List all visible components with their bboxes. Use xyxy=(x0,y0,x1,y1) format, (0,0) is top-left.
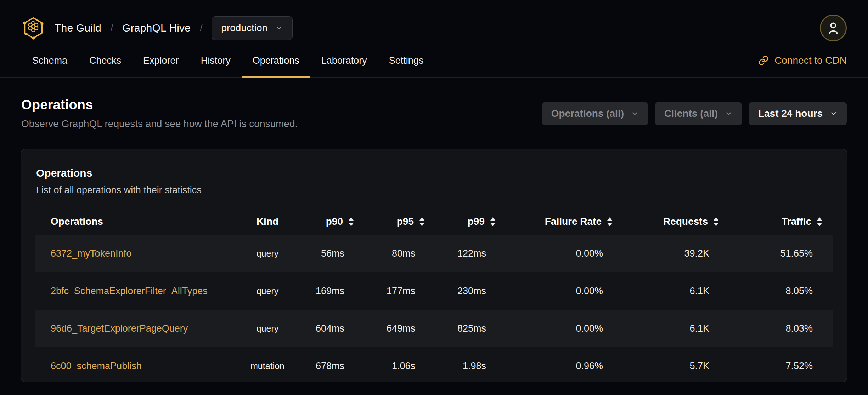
column-header-kind: Kind xyxy=(234,216,301,227)
target-selector-value: production xyxy=(221,22,267,34)
page-subtitle: Observe GraphQL requests and see how the… xyxy=(21,118,298,130)
sort-arrows-icon xyxy=(607,217,612,226)
tab-checks[interactable]: Checks xyxy=(78,46,132,77)
table-header-row: OperationsKindp90p95p99Failure RateReque… xyxy=(35,208,833,235)
cell-failure_rate: 0.00% xyxy=(507,286,624,297)
tab-schema[interactable]: Schema xyxy=(21,46,78,77)
cell-failure_rate: 0.00% xyxy=(507,248,624,259)
sort-arrows-icon xyxy=(714,217,718,226)
cell-name: 2bfc_SchemaExplorerFilter_AllTypes xyxy=(35,286,234,297)
cell-name: 96d6_TargetExplorerPageQuery xyxy=(35,323,234,334)
clients-filter-dropdown[interactable]: Clients (all) xyxy=(655,102,742,125)
chevron-down-icon xyxy=(275,24,283,32)
column-header-label: Requests xyxy=(663,216,708,227)
column-header-label: p95 xyxy=(397,216,414,227)
target-selector[interactable]: production xyxy=(212,16,293,40)
sort-arrows-icon xyxy=(490,217,495,226)
table-row: 2bfc_SchemaExplorerFilter_AllTypesquery1… xyxy=(35,272,833,310)
tab-operations[interactable]: Operations xyxy=(242,46,310,77)
table-body: 6372_myTokenInfoquery56ms80ms122ms0.00%3… xyxy=(35,235,833,385)
cell-p90: 169ms xyxy=(301,286,365,297)
tab-laboratory[interactable]: Laboratory xyxy=(310,46,378,77)
page-header-text: Operations Observe GraphQL requests and … xyxy=(21,97,298,130)
column-header-name: Operations xyxy=(35,216,234,227)
column-header-label: Kind xyxy=(257,216,278,227)
cell-kind: query xyxy=(234,324,301,334)
cell-failure_rate: 0.00% xyxy=(507,323,624,334)
user-icon xyxy=(827,21,839,35)
sort-arrows-icon xyxy=(817,217,822,226)
breadcrumb-separator: / xyxy=(200,23,202,34)
breadcrumb: The Guild / GraphQL Hive / production xyxy=(21,16,293,40)
cell-p90: 678ms xyxy=(301,361,365,372)
column-header-p90-sort-button[interactable]: p90 xyxy=(301,216,365,227)
nav-tabs: SchemaChecksExplorerHistoryOperationsLab… xyxy=(21,46,434,77)
column-header-label: Failure Rate xyxy=(545,216,602,227)
column-header-failure_rate-sort-button[interactable]: Failure Rate xyxy=(507,216,624,227)
tab-settings[interactable]: Settings xyxy=(378,46,435,77)
operations-table: OperationsKindp90p95p99Failure RateReque… xyxy=(35,208,833,385)
period-filter-dropdown[interactable]: Last 24 hours xyxy=(749,102,847,125)
operations-filter-dropdown[interactable]: Operations (all) xyxy=(542,102,648,125)
cell-requests: 5.7K xyxy=(624,361,730,372)
cell-traffic: 8.03% xyxy=(730,323,833,334)
cell-p99: 230ms xyxy=(436,286,507,297)
cell-kind: mutation xyxy=(234,361,301,371)
clients-filter-label: Clients (all) xyxy=(664,108,718,119)
column-header-label: Operations xyxy=(51,216,103,227)
operation-link[interactable]: 2bfc_SchemaExplorerFilter_AllTypes xyxy=(51,286,208,296)
column-header-label: p90 xyxy=(326,216,343,227)
cell-p95: 1.06s xyxy=(365,361,436,372)
cell-requests: 39.2K xyxy=(624,248,730,259)
operation-link[interactable]: 96d6_TargetExplorerPageQuery xyxy=(51,323,188,334)
sort-arrows-icon xyxy=(349,217,354,226)
column-header-label: Traffic xyxy=(782,216,811,227)
cell-name: 6c00_schemaPublish xyxy=(35,361,234,372)
filter-bar: Operations (all) Clients (all) Last 24 h… xyxy=(542,102,847,125)
breadcrumb-org[interactable]: The Guild xyxy=(55,22,101,34)
page-title: Operations xyxy=(21,97,298,113)
cell-p95: 649ms xyxy=(365,323,436,334)
table-row: 96d6_TargetExplorerPageQueryquery604ms64… xyxy=(35,310,833,347)
operation-link[interactable]: 6372_myTokenInfo xyxy=(51,248,131,259)
sort-arrows-icon xyxy=(419,217,424,226)
cell-traffic: 51.65% xyxy=(730,248,833,259)
cell-p99: 122ms xyxy=(436,248,507,259)
column-header-p99-sort-button[interactable]: p99 xyxy=(436,216,507,227)
cell-requests: 6.1K xyxy=(624,286,730,297)
tab-explorer[interactable]: Explorer xyxy=(132,46,190,77)
chevron-down-icon xyxy=(725,110,733,118)
cell-p90: 604ms xyxy=(301,323,365,334)
connect-cdn-label: Connect to CDN xyxy=(774,55,847,66)
chevron-down-icon xyxy=(830,110,838,118)
connect-cdn-button[interactable]: Connect to CDN xyxy=(758,46,847,77)
column-header-p95-sort-button[interactable]: p95 xyxy=(365,216,436,227)
column-header-requests-sort-button[interactable]: Requests xyxy=(624,216,730,227)
breadcrumb-project[interactable]: GraphQL Hive xyxy=(122,22,191,34)
operations-filter-label: Operations (all) xyxy=(551,108,624,119)
cell-p90: 56ms xyxy=(301,248,365,259)
cell-p95: 80ms xyxy=(365,248,436,259)
nav-bar: SchemaChecksExplorerHistoryOperationsLab… xyxy=(0,46,868,78)
page-header: Operations Observe GraphQL requests and … xyxy=(0,97,868,130)
cell-name: 6372_myTokenInfo xyxy=(35,248,234,259)
cell-requests: 6.1K xyxy=(624,323,730,334)
operations-card: Operations List of all operations with t… xyxy=(21,149,847,382)
cell-p99: 825ms xyxy=(436,323,507,334)
cell-traffic: 8.05% xyxy=(730,286,833,297)
top-bar: The Guild / GraphQL Hive / production xyxy=(0,0,868,43)
period-filter-label: Last 24 hours xyxy=(758,108,823,119)
column-header-traffic-sort-button[interactable]: Traffic xyxy=(730,216,833,227)
tab-history[interactable]: History xyxy=(190,46,242,77)
link-icon xyxy=(758,55,769,66)
cell-p99: 1.98s xyxy=(436,361,507,372)
cell-kind: query xyxy=(234,248,301,259)
cell-p95: 177ms xyxy=(365,286,436,297)
cell-traffic: 7.52% xyxy=(730,361,833,372)
user-menu-button[interactable] xyxy=(820,15,847,41)
table-row: 6c00_schemaPublishmutation678ms1.06s1.98… xyxy=(35,347,833,385)
card-subtitle: List of all operations with their statis… xyxy=(35,185,833,196)
table-row: 6372_myTokenInfoquery56ms80ms122ms0.00%3… xyxy=(35,235,833,272)
operation-link[interactable]: 6c00_schemaPublish xyxy=(51,361,142,371)
cell-failure_rate: 0.96% xyxy=(507,361,624,372)
